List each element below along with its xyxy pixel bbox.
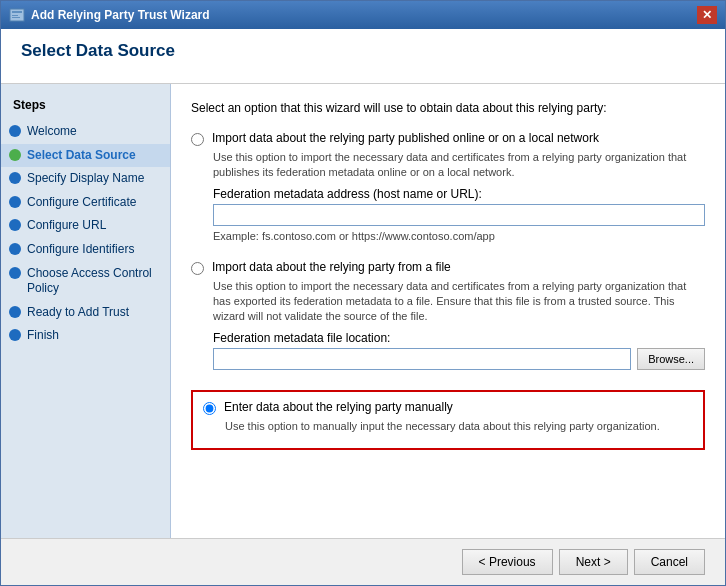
title-bar: Add Relying Party Trust Wizard ✕ [1,1,725,29]
title-bar-left: Add Relying Party Trust Wizard [9,7,210,23]
federation-address-input[interactable] [213,204,705,226]
dot-icon-welcome [9,125,21,137]
sidebar-item-configure-certificate[interactable]: Configure Certificate [1,191,170,215]
dot-icon-finish [9,329,21,341]
field-label-federation-address: Federation metadata address (host name o… [213,187,705,201]
option2-desc: Use this option to import the necessary … [213,279,705,325]
sidebar-item-configure-identifiers[interactable]: Configure Identifiers [1,238,170,262]
sidebar-label-select-data-source: Select Data Source [27,148,136,164]
dot-icon-configure-url [9,219,21,231]
option-group-2: Import data about the relying party from… [191,260,705,374]
wizard-window: Add Relying Party Trust Wizard ✕ Select … [0,0,726,586]
field-label-federation-file: Federation metadata file location: [213,331,705,345]
sidebar: Steps Welcome Select Data Source Specify… [1,84,171,538]
option1-label[interactable]: Import data about the relying party publ… [212,131,599,145]
wizard-icon [9,7,25,23]
field-input-row-2: Browse... [213,348,705,370]
sidebar-label-welcome: Welcome [27,124,77,140]
radio-option3[interactable] [203,402,216,415]
sidebar-item-welcome[interactable]: Welcome [1,120,170,144]
next-button[interactable]: Next > [559,549,628,575]
option3-desc: Use this option to manually input the ne… [225,419,693,434]
example-text-1: Example: fs.contoso.com or https://www.c… [213,230,705,242]
radio-option1[interactable] [191,133,204,146]
dot-icon-select-data-source [9,149,21,161]
sidebar-label-ready-to-add-trust: Ready to Add Trust [27,305,129,321]
sidebar-item-finish[interactable]: Finish [1,324,170,348]
footer: < Previous Next > Cancel [1,538,725,585]
main-panel: Select an option that this wizard will u… [171,84,725,538]
dot-icon-configure-certificate [9,196,21,208]
option-row-2: Import data about the relying party from… [191,260,705,275]
dot-icon-specify-display-name [9,172,21,184]
sidebar-label-finish: Finish [27,328,59,344]
option-group-1: Import data about the relying party publ… [191,131,705,250]
intro-text: Select an option that this wizard will u… [191,100,705,117]
sidebar-item-ready-to-add-trust[interactable]: Ready to Add Trust [1,301,170,325]
dot-icon-ready-to-add-trust [9,306,21,318]
sidebar-label-configure-url: Configure URL [27,218,106,234]
browse-button[interactable]: Browse... [637,348,705,370]
sidebar-header: Steps [1,94,170,120]
federation-file-input[interactable] [213,348,631,370]
sidebar-label-specify-display-name: Specify Display Name [27,171,144,187]
close-button[interactable]: ✕ [697,6,717,24]
svg-rect-3 [12,17,20,18]
option2-label[interactable]: Import data about the relying party from… [212,260,451,274]
cancel-button[interactable]: Cancel [634,549,705,575]
svg-rect-1 [12,11,22,13]
dot-icon-choose-access-control [9,267,21,279]
svg-rect-2 [12,15,18,16]
dot-icon-configure-identifiers [9,243,21,255]
option-row-3: Enter data about the relying party manua… [203,400,693,415]
page-header: Select Data Source [1,29,725,84]
sidebar-item-choose-access-control[interactable]: Choose Access Control Policy [1,262,170,301]
sidebar-item-configure-url[interactable]: Configure URL [1,214,170,238]
sidebar-label-choose-access-control: Choose Access Control Policy [27,266,162,297]
option3-label[interactable]: Enter data about the relying party manua… [224,400,453,414]
sidebar-label-configure-certificate: Configure Certificate [27,195,136,211]
option-row-1: Import data about the relying party publ… [191,131,705,146]
previous-button[interactable]: < Previous [462,549,553,575]
sidebar-item-select-data-source[interactable]: Select Data Source [1,144,170,168]
sidebar-item-specify-display-name[interactable]: Specify Display Name [1,167,170,191]
content-area: Steps Welcome Select Data Source Specify… [1,84,725,538]
option1-desc: Use this option to import the necessary … [213,150,705,181]
option-group-3-selected: Enter data about the relying party manua… [191,390,705,450]
field-input-row-1 [213,204,705,226]
sidebar-label-configure-identifiers: Configure Identifiers [27,242,134,258]
page-title: Select Data Source [21,41,705,61]
title-bar-text: Add Relying Party Trust Wizard [31,8,210,22]
radio-option2[interactable] [191,262,204,275]
